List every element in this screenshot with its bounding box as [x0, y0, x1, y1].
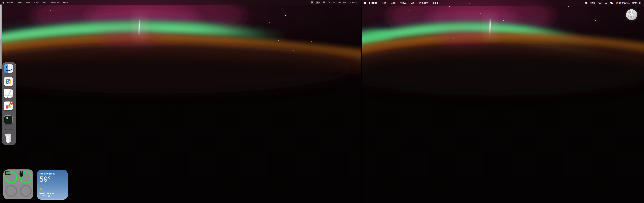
- menu-app-finder[interactable]: Finder: [369, 1, 377, 4]
- menu-item-go[interactable]: Go: [411, 1, 414, 4]
- menu-item-file[interactable]: File: [382, 1, 386, 4]
- clock-date: Wed Mar 12: [338, 1, 349, 3]
- mouse-icon: [19, 171, 32, 184]
- running-indicator: [2, 120, 2, 120]
- running-indicator: [2, 93, 2, 94]
- weather-city: Philadelphia: [40, 172, 65, 175]
- menu-item-view[interactable]: View: [34, 1, 39, 4]
- battery-ring-mouse: [19, 171, 32, 184]
- clock-time: 4:49 PM: [632, 1, 641, 4]
- dock-separator: [4, 129, 14, 130]
- finder-icon: [4, 64, 13, 73]
- apple-menu-icon[interactable]: [364, 2, 366, 4]
- menu-item-file[interactable]: File: [18, 1, 22, 4]
- dock: $: [2, 62, 16, 145]
- dock-item-chrome[interactable]: [4, 77, 13, 86]
- dock-item-terminal[interactable]: $: [4, 116, 13, 124]
- notes-icon: [4, 89, 13, 98]
- menu-app-finder[interactable]: Finder: [6, 1, 14, 4]
- clock-time: 4:49 PM: [350, 1, 358, 3]
- dock-item-trash[interactable]: [4, 133, 13, 144]
- weather-condition: Mostly Sunny: [40, 192, 65, 194]
- display-left: FinderFileEditViewGoWindowHelp: [0, 0, 361, 203]
- menu-item-window[interactable]: Window: [51, 1, 59, 4]
- wifi-icon[interactable]: [598, 2, 602, 4]
- terminal-icon: $: [4, 116, 13, 124]
- sunburst-spinner-icon[interactable]: [585, 2, 588, 4]
- offscreen-window-edge[interactable]: [0, 4, 2, 39]
- menu-bar-right: FinderFileEditViewGoWindowHelp: [362, 0, 644, 6]
- control-center-icon[interactable]: [333, 1, 336, 3]
- terminal-prompt: $: [6, 117, 7, 119]
- wifi-icon[interactable]: [323, 1, 326, 3]
- offscreen-window-edge[interactable]: [0, 39, 2, 69]
- laptop-icon: [5, 171, 18, 184]
- spotlight-search-icon[interactable]: [328, 1, 330, 4]
- menu-item-help[interactable]: Help: [63, 1, 68, 4]
- apple-menu-icon[interactable]: [2, 1, 4, 4]
- weather-high-low: H:59° L:42°: [40, 195, 65, 198]
- control-center-icon[interactable]: [610, 2, 613, 4]
- weather-temperature: 59°: [40, 176, 65, 183]
- weather-widget[interactable]: Philadelphia 59° Mostly Sunny H:59° L:42…: [37, 170, 68, 200]
- battery-ring-laptop: [5, 171, 18, 184]
- slack-icon: [4, 102, 13, 110]
- battery-charging-icon[interactable]: [590, 2, 596, 4]
- running-indicator: [2, 81, 2, 82]
- notification-badge: [10, 101, 14, 105]
- menu-item-view[interactable]: View: [400, 1, 406, 4]
- status-icons: Wed Mar 12 4:49 PM: [585, 1, 644, 4]
- menu-bar-menus: FinderFileEditViewGoWindowHelp: [369, 1, 438, 4]
- dock-item-notes[interactable]: [4, 89, 13, 98]
- running-indicator: [2, 106, 2, 106]
- menu-bar-menus: FinderFileEditViewGoWindowHelp: [6, 1, 68, 4]
- menu-bar-clock[interactable]: Wed Mar 12 4:49 PM: [338, 1, 358, 3]
- menu-bar-clock[interactable]: Wed Mar 12 4:49 PM: [616, 1, 641, 4]
- dock-item-slack[interactable]: [4, 102, 13, 110]
- running-indicator: [2, 68, 2, 69]
- moon: [624, 8, 639, 22]
- battery-ring-empty: [5, 184, 18, 198]
- chrome-icon: [4, 77, 13, 86]
- sunburst-spinner-icon[interactable]: [311, 1, 314, 4]
- aurora-wallpaper: [362, 0, 644, 203]
- clock-date: Wed Mar 12: [616, 1, 630, 4]
- display-right: FinderFileEditViewGoWindowHelp: [362, 0, 644, 203]
- menu-item-help[interactable]: Help: [433, 1, 438, 4]
- terminal-cursor: [7, 117, 8, 119]
- battery-charging-icon[interactable]: [316, 1, 320, 3]
- batteries-widget[interactable]: [3, 170, 33, 199]
- menu-bar-left: FinderFileEditViewGoWindowHelp: [0, 0, 361, 5]
- menu-item-edit[interactable]: Edit: [26, 1, 30, 4]
- dock-item-finder[interactable]: [4, 64, 13, 73]
- battery-ring-empty: [19, 184, 32, 198]
- trash-icon: [4, 133, 12, 144]
- spotlight-search-icon[interactable]: [604, 2, 607, 4]
- menu-item-go[interactable]: Go: [43, 1, 46, 4]
- menu-item-edit[interactable]: Edit: [391, 1, 396, 4]
- status-icons: Wed Mar 12 4:49 PM: [311, 1, 361, 4]
- menu-item-window[interactable]: Window: [419, 1, 428, 4]
- sun-icon: [40, 188, 65, 191]
